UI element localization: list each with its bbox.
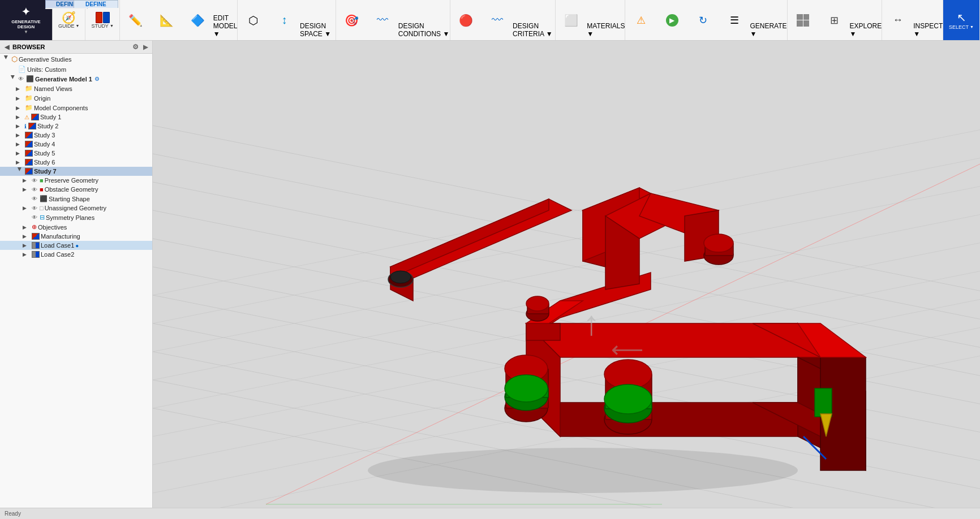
- svg-point-66: [704, 234, 733, 252]
- design-criteria-icon2: 〰: [492, 14, 503, 27]
- design-conditions-button1[interactable]: 🎯: [336, 0, 367, 40]
- model1-expand-arrow[interactable]: ▶: [10, 75, 16, 83]
- tree-study5[interactable]: ▶ Study 5: [0, 149, 152, 158]
- generate-warn-button[interactable]: ⚠: [625, 0, 656, 40]
- edit-model-group: ✏️ 📐 🔷 EDIT MODEL ▼: [120, 0, 238, 40]
- select-button[interactable]: ↖ SELECT ▼: [943, 0, 979, 40]
- design-criteria-button1[interactable]: 🔴: [450, 0, 482, 40]
- origin-label: Origin: [34, 95, 50, 102]
- symmetry-planes-eye[interactable]: 👁: [32, 214, 37, 220]
- design-space-button2[interactable]: ↕: [269, 0, 300, 40]
- generate-list-button[interactable]: ☰: [719, 0, 750, 40]
- tree-preserve-geometry[interactable]: ▶ 👁 ■ Preserve Geometry: [0, 176, 152, 185]
- load-case1-active-icon: ●: [75, 243, 79, 249]
- manufacturing-arrow[interactable]: ▶: [23, 233, 31, 239]
- design-conditions-icon2: 〰: [377, 14, 388, 27]
- generate-warn-icon: ⚠: [637, 14, 646, 27]
- origin-icon: 📁: [25, 94, 33, 102]
- model1-settings-icon[interactable]: ⚙: [94, 76, 100, 82]
- tree-model1[interactable]: ▶ 👁 ⬛ Generative Model 1 ⚙: [0, 74, 152, 84]
- edit-model-button1[interactable]: ✏️: [120, 0, 151, 40]
- load-case1-icon: [32, 242, 40, 249]
- tree-unassigned-geometry[interactable]: ▶ 👁 □ Unassigned Geometry: [0, 204, 152, 213]
- obstacle-geometry-eye[interactable]: 👁: [32, 187, 37, 193]
- study4-arrow[interactable]: ▶: [16, 141, 24, 147]
- edit-model-button3[interactable]: 🔷: [182, 0, 213, 40]
- preserve-geometry-arrow[interactable]: ▶: [23, 178, 31, 183]
- study6-label: Study 6: [34, 159, 55, 166]
- svg-text:⟵: ⟵: [611, 337, 643, 362]
- load-case2-arrow[interactable]: ▶: [23, 252, 31, 257]
- tree-symmetry-planes: ▶ 👁 ⊟ Symmetry Planes: [0, 213, 152, 222]
- explore-button1[interactable]: [788, 0, 819, 40]
- root-label: Generative Studies: [19, 56, 72, 63]
- nav-back-arrow[interactable]: ◀: [5, 44, 9, 51]
- design-space-button1[interactable]: ⬡: [238, 0, 269, 40]
- starting-shape-eye[interactable]: 👁: [32, 196, 37, 202]
- edit-model-button2[interactable]: 📐: [151, 0, 182, 40]
- study3-icon: [25, 132, 33, 139]
- svg-point-40: [390, 271, 411, 283]
- study5-label: Study 5: [34, 150, 55, 157]
- objectives-arrow[interactable]: ▶: [23, 224, 31, 230]
- origin-arrow[interactable]: ▶: [16, 96, 24, 101]
- design-criteria-label: DESIGN CRITERIA ▼: [513, 22, 555, 38]
- tree-model-components[interactable]: ▶ 📁 Model Components: [0, 103, 152, 113]
- tree-study2[interactable]: ▶ ℹ Study 2: [0, 122, 152, 131]
- study-icon: [96, 12, 110, 23]
- root-icon: ⬡: [11, 55, 18, 63]
- browser-settings-icon[interactable]: ⚙: [132, 43, 139, 51]
- design-criteria-button2[interactable]: 〰: [482, 0, 513, 40]
- study2-arrow[interactable]: ▶: [16, 123, 24, 129]
- tree-obstacle-geometry[interactable]: ▶ 👁 ■ Obstacle Geometry: [0, 185, 152, 194]
- materials-button[interactable]: ⬜: [556, 0, 587, 40]
- obstacle-geometry-arrow[interactable]: ▶: [23, 187, 31, 192]
- tree-study6[interactable]: ▶ Study 6: [0, 158, 152, 167]
- generate-play-button[interactable]: ▶: [656, 0, 687, 40]
- brand-arrow[interactable]: ▼: [24, 29, 28, 34]
- root-expand-arrow[interactable]: ▶: [3, 55, 9, 63]
- generate-refresh-button[interactable]: ↻: [687, 0, 719, 40]
- unassigned-geometry-arrow[interactable]: ▶: [23, 205, 31, 211]
- starting-shape-icon: ⬛: [40, 195, 48, 202]
- edit-model-label: EDIT MODEL ▼: [213, 14, 237, 38]
- tree-origin[interactable]: ▶ 📁 Origin: [0, 93, 152, 103]
- study6-arrow[interactable]: ▶: [16, 159, 24, 165]
- viewport[interactable]: ↑ ⟵: [153, 41, 980, 519]
- tree-study7[interactable]: ▶ Study 7: [0, 167, 152, 176]
- preserve-geometry-eye[interactable]: 👁: [32, 178, 37, 184]
- load-case1-label: Load Case1: [41, 242, 74, 249]
- tree-study4[interactable]: ▶ Study 4: [0, 140, 152, 149]
- named-views-arrow[interactable]: ▶: [16, 86, 24, 92]
- tree-study1[interactable]: ▶ ⚠ Study 1: [0, 113, 152, 122]
- inspect-button[interactable]: ↔: [882, 0, 913, 40]
- study5-arrow[interactable]: ▶: [16, 150, 24, 156]
- tree-objectives[interactable]: ▶ ⊕ Objectives: [0, 222, 152, 232]
- study7-expand-arrow[interactable]: ▶: [17, 167, 23, 175]
- model-components-arrow[interactable]: ▶: [16, 105, 24, 111]
- manufacturing-label: Manufacturing: [41, 233, 80, 240]
- svg-point-24: [368, 448, 798, 493]
- design-conditions-button2[interactable]: 〰: [367, 0, 398, 40]
- tree-load-case1[interactable]: ▶ Load Case1 ●: [0, 241, 152, 250]
- model1-eye-icon[interactable]: 👁: [18, 76, 24, 82]
- load-case2-label: Load Case2: [41, 251, 74, 258]
- browser-collapse-icon[interactable]: ▶: [143, 44, 148, 51]
- define-tab[interactable]: DEFINE: [74, 0, 118, 8]
- tree-named-views[interactable]: ▶ 📁 Named Views: [0, 84, 152, 93]
- study7-icon: [25, 168, 33, 175]
- explore-button2[interactable]: ⊞: [819, 0, 850, 40]
- tree-load-case2[interactable]: ▶ Load Case2: [0, 250, 152, 259]
- tree-root[interactable]: ▶ ⬡ Generative Studies: [0, 54, 152, 64]
- study1-arrow[interactable]: ▶: [16, 114, 24, 120]
- objectives-icon: ⊕: [32, 223, 37, 231]
- unassigned-geometry-eye[interactable]: 👁: [32, 205, 37, 211]
- obstacle-geometry-label: Obstacle Geometry: [45, 186, 98, 193]
- svg-point-60: [604, 384, 652, 414]
- study3-arrow[interactable]: ▶: [16, 132, 24, 138]
- tree-manufacturing[interactable]: ▶ Manufacturing: [0, 232, 152, 241]
- manufacturing-icon: [32, 233, 40, 240]
- tree-study3[interactable]: ▶ Study 3: [0, 131, 152, 140]
- load-case1-arrow[interactable]: ▶: [23, 243, 31, 248]
- inspect-label: INSPECT ▼: [913, 22, 943, 38]
